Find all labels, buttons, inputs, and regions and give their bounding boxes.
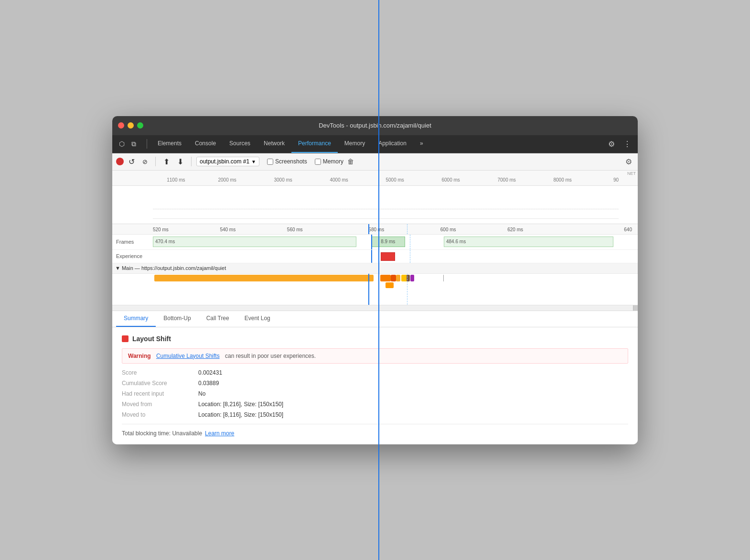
moved-to-value: Location: [8,116], Size: [150x150] [198,411,283,418]
screenshots-checkbox[interactable] [267,159,273,165]
tab-more[interactable]: » [413,135,430,153]
capture-settings-icon[interactable]: ⚙ [623,155,634,168]
tab-elements[interactable]: Elements [151,135,188,153]
cumulative-score-row: Cumulative Score 0.03889 [122,380,628,387]
summary-title-row: Layout Shift [122,335,628,343]
delete-recordings-button[interactable]: 🗑 [345,156,356,167]
upload-button[interactable]: ⬆ [161,155,172,168]
window-title: DevTools - output.jsbin.com/zajamil/quie… [118,122,632,129]
device-toolbar-icon[interactable]: ⧉ [129,138,139,150]
main-thread-flame [112,274,638,305]
close-button[interactable] [118,122,124,129]
frames-content: 470.4 ms 8.9 ms 484.6 ms [153,235,638,249]
vertical-scrollbar[interactable] [633,305,638,311]
minimize-button[interactable] [128,122,134,129]
screenshots-label: Screenshots [275,158,307,165]
memory-checkbox-group[interactable]: Memory [315,158,343,165]
tab-bar-right-icons: ⚙ ⋮ [605,138,634,151]
tab-bar: ⬡ ⧉ Elements Console Sources Network Per… [112,135,638,153]
toolbar-right: ⚙ [623,155,634,168]
experience-label: Experience [112,253,153,259]
score-value: 0.002431 [198,369,222,376]
blocking-time-text: Total blocking time: Unavailable [122,430,202,437]
experience-track: Experience [112,250,638,263]
time-label-5000: 5000 ms [386,177,404,183]
layout-shift-icon [122,335,129,342]
score-key: Score [122,369,198,376]
cumulative-layout-shifts-link[interactable]: Cumulative Layout Shifts [156,353,220,359]
tab-application[interactable]: Application [372,135,413,153]
overview-tracks [112,186,638,224]
time-label-2000: 2000 ms [218,177,236,183]
main-thread-header: ▼ Main — https://output.jsbin.com/zajami… [112,263,638,274]
flame-bar-3 [386,282,394,288]
warning-banner: Warning Cumulative Layout Shifts can res… [122,348,628,364]
mini-label-580: 580 ms [368,227,384,232]
inspect-icon[interactable]: ⬡ [116,138,128,150]
moved-from-value: Location: [8,216], Size: [150x150] [198,401,283,408]
warning-suffix [222,353,223,359]
tab-memory[interactable]: Memory [338,135,372,153]
screenshots-checkbox-group[interactable]: Screenshots [267,158,307,165]
mini-cursor-end [407,224,407,234]
experience-layout-shift[interactable] [381,252,395,261]
tab-sources[interactable]: Sources [223,135,257,153]
maximize-button[interactable] [137,122,143,129]
toolbar-divider-1 [155,157,156,166]
memory-label: Memory [323,158,343,165]
tab-summary[interactable]: Summary [116,311,156,327]
time-label-9000: 90 [613,177,619,183]
score-row: Score 0.002431 [122,369,628,376]
dropdown-arrow-icon: ▼ [251,159,256,164]
main-tabs: Elements Console Sources Network Perform… [151,135,605,153]
flame-bar-5 [396,275,400,281]
scrollbar[interactable] [112,305,638,311]
tab-bottom-up[interactable]: Bottom-Up [156,311,198,327]
tab-bar-divider [147,139,147,149]
tab-network[interactable]: Network [257,135,291,153]
blocking-time-row: Total blocking time: Unavailable Learn m… [122,430,628,437]
frames-track: Frames 470.4 ms 8.9 ms 484.6 ms [112,235,638,250]
record-button[interactable] [116,158,124,165]
mini-label-560: 560 ms [287,227,303,232]
learn-more-link[interactable]: Learn more [205,430,234,437]
toolbar-divider-2 [191,157,192,166]
recent-input-value: No [198,390,205,397]
cumulative-score-key: Cumulative Score [122,380,198,387]
warning-spacer [153,353,154,359]
profile-selector[interactable]: output.jsbin.com #1 ▼ [196,157,259,166]
moved-to-key: Moved to [122,411,198,418]
recent-input-row: Had recent input No [122,390,628,397]
settings-icon[interactable]: ⚙ [605,138,618,151]
clear-button[interactable]: ⊘ [139,156,150,167]
tab-call-tree[interactable]: Call Tree [199,311,237,327]
time-label-7000: 7000 ms [498,177,516,183]
mini-label-520: 520 ms [153,227,169,232]
mini-label-620: 620 ms [507,227,523,232]
moved-from-key: Moved from [122,401,198,408]
summary-separator [122,424,628,424]
flame-bar-8 [410,275,415,281]
net-label: NET [619,171,638,176]
more-options-icon[interactable]: ⋮ [621,138,634,151]
mini-label-640: 640 [624,227,632,232]
frames-label: Frames [112,239,153,245]
cumulative-score-value: 0.03889 [198,380,219,387]
time-label-6000: 6000 ms [442,177,460,183]
tab-performance[interactable]: Performance [291,135,338,153]
mini-cursor [368,224,369,234]
flame-bar-2 [380,275,391,281]
reload-button[interactable]: ↺ [126,155,138,168]
mini-ruler: 520 ms 540 ms 560 ms 580 ms 600 ms 620 m… [112,224,638,235]
moved-from-row: Moved from Location: [8,216], Size: [150… [122,401,628,408]
time-ruler: 1100 ms 2000 ms 3000 ms 4000 ms 5000 ms … [112,171,638,186]
warning-suffix-text: can result in poor user experiences. [225,353,316,359]
tab-event-log[interactable]: Event Log [237,311,278,327]
recent-input-key: Had recent input [122,390,198,397]
download-button[interactable]: ⬇ [174,155,186,168]
memory-checkbox[interactable] [315,159,321,165]
traffic-lights [118,122,143,129]
tab-console[interactable]: Console [188,135,223,153]
flame-bar-4 [391,275,396,281]
moved-to-row: Moved to Location: [8,116], Size: [150x1… [122,411,628,418]
